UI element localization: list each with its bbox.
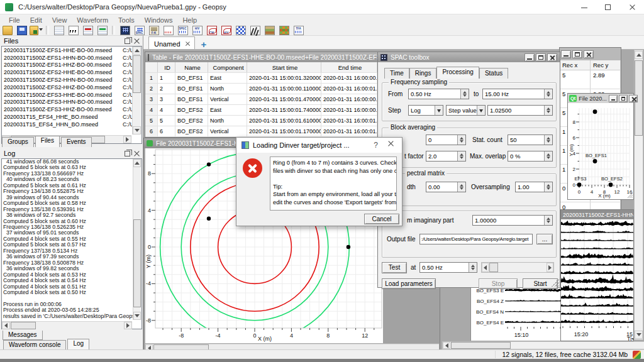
file-row[interactable]: 2020031T15_EFS4_HHE_BO.mseedC:/U — [2, 113, 142, 121]
close-tab-icon[interactable] — [185, 41, 189, 46]
scroll-left-button[interactable] — [443, 342, 450, 349]
browse-button[interactable]: ... — [536, 234, 553, 244]
tab-files[interactable]: Files — [35, 136, 60, 147]
table-row[interactable]: 55BO_EFS2North2020-01-31 15:00:01.610000… — [145, 116, 377, 126]
tfa-toolbox-button[interactable]: TFA — [292, 25, 305, 36]
scroll-down-button[interactable] — [635, 331, 643, 339]
to-spinbox[interactable]: 15.00 Hz — [482, 89, 553, 99]
files-list[interactable]: 2020031T1500Z-EFS1-HHE-BO-00.mseedC:/Us2… — [1, 46, 142, 144]
table-window-titlebar[interactable]: Table - File 2020031T1500Z-EFS1-HHE-BO-0… — [145, 52, 377, 62]
max-overlap-spinbox[interactable]: 0 % — [508, 151, 553, 162]
float-icon[interactable] — [125, 151, 130, 156]
table-green-button[interactable] — [96, 25, 109, 36]
file-row[interactable]: 2020031T1500Z-EFS3-HHZ-BO-00.mseedC:/Us — [2, 106, 142, 113]
scroll-thumb[interactable] — [133, 219, 141, 307]
close-icon[interactable] — [134, 151, 140, 156]
scroll-thumb[interactable] — [11, 322, 36, 329]
menu-tools[interactable]: Tools — [113, 16, 140, 25]
from-spinbox[interactable]: 0.50 Hz — [408, 89, 469, 99]
linear-fk-button[interactable]: F-K — [147, 25, 160, 36]
load-parameters-button[interactable]: Load parameters — [382, 278, 436, 289]
scroll-left-button[interactable] — [482, 263, 489, 272]
tab-log[interactable]: Log — [67, 339, 89, 350]
receiver-window-titlebar[interactable] — [560, 48, 621, 60]
hv-toolbox-button[interactable]: H/V — [191, 25, 204, 36]
close-button[interactable] — [620, 0, 644, 14]
block-count-spinbox[interactable]: 0 — [426, 134, 466, 145]
scroll-down-button[interactable] — [133, 312, 141, 320]
scroll-down-button[interactable] — [133, 126, 141, 134]
scroll-thumb[interactable] — [133, 55, 141, 93]
maximize-icon[interactable] — [536, 53, 546, 62]
new-graph-button[interactable] — [67, 25, 80, 36]
step-value-spinbox[interactable]: 1.02500 — [487, 105, 553, 116]
scroll-up-button[interactable] — [133, 47, 141, 55]
cancel-button[interactable]: Cancel — [364, 214, 399, 224]
array-toolbox-button[interactable] — [234, 25, 247, 36]
menu-view[interactable]: View — [47, 16, 72, 25]
waveform-traces[interactable]: 15:2015Ti — [561, 219, 633, 341]
add-tab-button[interactable]: + — [201, 40, 207, 49]
oversampling-spinbox[interactable]: 1.00 — [515, 182, 553, 192]
refraction-toolbox-button[interactable] — [248, 25, 262, 36]
file-row[interactable]: 2020031T1500Z-EFS2-HHE-BO-00.mseedC:/Us — [2, 69, 142, 76]
table-row[interactable]: 66BO_EFS2Vertical2020-01-31 15:00:01.170… — [145, 126, 377, 137]
maximize-icon[interactable] — [572, 50, 582, 58]
dialog-titlebar[interactable]: Loading Dinver target/project ... ? — [236, 138, 402, 153]
waveform-toolbox-button[interactable] — [162, 25, 175, 36]
scroll-up-button[interactable] — [133, 159, 141, 167]
scroll-thumb[interactable] — [489, 263, 498, 272]
close-icon[interactable] — [584, 50, 594, 58]
tab-unamed[interactable]: Unamed — [148, 36, 195, 49]
receiver-row[interactable]: 52.89 — [560, 70, 621, 89]
tab-groups[interactable]: Groups — [2, 137, 34, 147]
imaginary-spinbox[interactable]: 1.00000 — [472, 215, 553, 226]
minimize-icon[interactable] — [561, 50, 571, 58]
spac-tab-rings[interactable]: Rings — [409, 68, 437, 79]
stratigraphy-toolbox-button[interactable] — [263, 25, 276, 36]
float-icon[interactable] — [125, 38, 130, 44]
save-button[interactable] — [15, 25, 28, 36]
minimize-icon[interactable] — [609, 95, 618, 102]
hv-rotate-toolbox-button[interactable]: H/V — [219, 25, 233, 36]
close-icon[interactable] — [547, 53, 557, 62]
table-row[interactable]: 33BO_EFS1Vertical2020-01-31 15:00:01.470… — [145, 94, 377, 105]
help-button[interactable]: ? — [367, 141, 384, 150]
table-row[interactable]: 11BO_EFS1East2020-01-31 15:00:01.3200002… — [145, 73, 377, 84]
map-toolbox-button[interactable] — [277, 25, 291, 36]
tab-messages[interactable]: Messages — [3, 331, 43, 340]
minimize-button[interactable] — [572, 0, 596, 14]
mdi-hscrollbar[interactable] — [442, 341, 644, 349]
table-red-button[interactable] — [81, 25, 94, 36]
file-row[interactable]: 2020031T1500Z-EFS1-HHZ-BO-00.mseedC:/Us — [2, 62, 142, 69]
files-vscrollbar[interactable] — [132, 47, 142, 134]
stop-button[interactable]: Stop — [479, 278, 518, 289]
factor-spinbox[interactable]: 2.0 — [426, 151, 466, 162]
waveform-window-titlebar[interactable]: 2020031T1500Z-EFS1-HHN-B — [561, 210, 633, 219]
close-icon[interactable] — [629, 95, 638, 102]
close-icon[interactable] — [388, 141, 397, 150]
scroll-up-button[interactable] — [635, 51, 643, 59]
menu-edit[interactable]: Edit — [25, 16, 47, 25]
log-output[interactable]: 41 windows of 86.08 secondsComputed 5 bl… — [1, 158, 142, 329]
menu-file[interactable]: File — [4, 16, 25, 25]
scroll-right-button[interactable] — [124, 322, 132, 329]
log-vscrollbar[interactable] — [133, 159, 142, 320]
frequency-scrollbar[interactable] — [481, 262, 554, 273]
test-frequency-spinbox[interactable]: 0.50 Hz — [419, 262, 477, 273]
spac-tab-time[interactable]: Time — [384, 68, 409, 79]
fk-toolbox-button[interactable]: F-K — [118, 25, 131, 36]
tab-waveform-console[interactable]: Waveform console — [3, 340, 66, 350]
minimize-icon[interactable] — [525, 53, 535, 62]
dropdown-arrow-icon[interactable] — [39, 28, 43, 33]
file-row[interactable]: 2020031T1500Z-EFS2-HHZ-BO-00.mseedC:/Us — [2, 84, 142, 91]
file-row[interactable]: 2020031T1500Z-EFS3-HHN-BO-00.mseedC:/Us — [2, 99, 142, 106]
output-file-field[interactable]: :/Users/walter/Desktop/Para Geopsy/Arreg… — [419, 234, 533, 244]
menu-windows[interactable]: Windows — [140, 16, 178, 25]
file-row[interactable]: 2020031T1500Z-EFS3-HHE-BO-00.mseedC:/Us — [2, 91, 142, 99]
mdi-vscrollbar[interactable] — [634, 50, 643, 340]
test-button[interactable]: Test — [382, 262, 407, 273]
map-window-titlebar[interactable]: Qt File 2020... — [568, 94, 633, 103]
stat-count-spinbox[interactable]: 50 — [508, 134, 553, 145]
step-kind-combo[interactable]: Step value — [446, 105, 486, 116]
